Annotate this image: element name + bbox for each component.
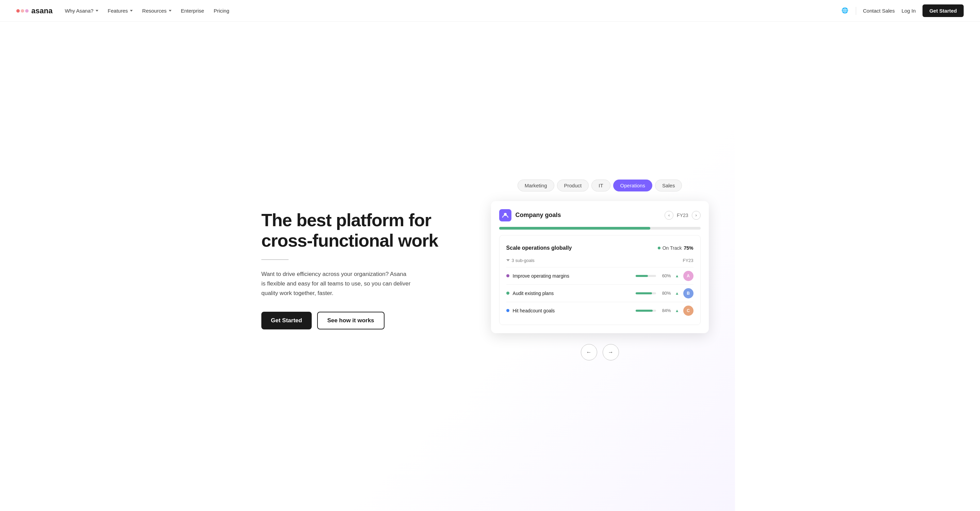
subgoals-fy: FY23 [682,258,693,263]
globe-icon[interactable]: 🌐 [842,7,849,14]
up-arrow-1: ▲ [675,273,679,278]
nav-arrows-bottom: ← → [581,344,619,361]
subgoal-row-2: Audit existing plans 80% ▲ B [506,284,694,302]
mini-progress-fill-3 [636,310,653,312]
pct-text-1: 60% [660,273,671,278]
subgoal-name-2: Audit existing plans [513,291,554,296]
goal-title: Scale operations globally [506,245,572,251]
contact-sales-link[interactable]: Contact Sales [863,8,894,14]
nav-link-features[interactable]: Features [108,8,133,14]
subgoal-right-1: 60% ▲ A [636,271,694,281]
card-title: Company goals [515,212,561,219]
subgoal-name-3: Hit headcount goals [513,308,555,313]
subgoal-left-2: Audit existing plans [506,291,636,296]
subgoal-left-3: Hit headcount goals [506,308,636,313]
card-header-left: Company goals [499,209,561,222]
tab-product[interactable]: Product [557,179,589,192]
progress-bar-fill [499,227,650,230]
pct-text-2: 80% [660,291,671,296]
subgoal-dot-2 [506,292,509,295]
category-tabs: Marketing Product IT Operations Sales [517,179,682,192]
logo-dot-orange [21,9,24,13]
subgoals-label: 3 sub-goals [506,258,535,263]
hero-right: Marketing Product IT Operations Sales Co… [481,179,719,361]
triangle-down-icon [506,259,510,261]
mini-progress-fill-2 [636,292,652,294]
see-how-it-works-button[interactable]: See how it works [317,312,385,329]
tab-operations[interactable]: Operations [613,179,652,192]
subgoal-right-2: 80% ▲ B [636,288,694,299]
logo[interactable]: asana [16,6,52,15]
hero-section: The best platform for cross-functional w… [245,22,735,511]
status-pct: 75% [684,245,694,251]
tab-marketing[interactable]: Marketing [517,179,554,192]
logo-text: asana [31,6,52,15]
hero-divider [261,259,288,260]
goals-box: Scale operations globally On Track 75% 3… [499,235,701,325]
nav-link-resources[interactable]: Resources [142,8,172,14]
subgoal-dot-1 [506,274,509,277]
nav-links: Why Asana? Features Resources Enterprise… [65,8,229,14]
progress-bar-bg [499,227,701,230]
subgoals-header: 3 sub-goals FY23 [506,255,694,267]
chevron-down-icon [95,10,98,11]
hero-left: The best platform for cross-functional w… [261,210,452,329]
main-progress-bar [499,227,701,230]
up-arrow-3: ▲ [675,308,679,313]
nav-left: asana Why Asana? Features Resources Ente… [16,6,229,15]
login-link[interactable]: Log In [901,8,916,14]
subgoal-left-1: Improve operating margins [506,273,636,279]
card-prev-button[interactable]: ‹ [665,211,673,220]
nav-link-pricing[interactable]: Pricing [214,8,229,14]
nav-link-why-asana[interactable]: Why Asana? [65,8,98,14]
avatar-1: A [683,271,694,281]
chevron-down-icon [169,10,172,11]
pct-text-3: 84% [660,308,671,313]
subgoal-right-3: 84% ▲ C [636,306,694,316]
mini-progress-bg-3 [636,310,656,312]
prev-slide-button[interactable]: ← [581,344,597,361]
card-next-button[interactable]: › [692,211,701,220]
card-header: Company goals ‹ FY23 › [499,209,701,222]
get-started-button[interactable]: Get Started [261,312,312,329]
subgoal-row-3: Hit headcount goals 84% ▲ C [506,302,694,319]
logo-dots [16,9,29,13]
hero-buttons: Get Started See how it works [261,312,452,329]
mini-progress-fill-1 [636,275,648,277]
logo-dot-red [16,9,20,13]
mini-progress-bg-2 [636,292,656,294]
up-arrow-2: ▲ [675,291,679,296]
avatar-3: C [683,306,694,316]
dashboard-card: Company goals ‹ FY23 › Scale operations … [491,201,709,333]
nav-link-enterprise[interactable]: Enterprise [181,8,204,14]
get-started-nav-button[interactable]: Get Started [923,5,964,17]
goal-status: On Track 75% [658,245,694,251]
status-dot [658,247,660,249]
tab-sales[interactable]: Sales [655,179,682,192]
logo-dot-pink [25,9,29,13]
subgoal-row-1: Improve operating margins 60% ▲ A [506,267,694,284]
hero-title: The best platform for cross-functional w… [261,210,452,251]
subgoal-dot-3 [506,309,509,312]
mini-progress-bg-1 [636,275,656,277]
fy-label: FY23 [677,212,688,218]
avatar-2: B [683,288,694,299]
status-text: On Track [662,245,682,251]
next-slide-button[interactable]: → [603,344,619,361]
chevron-down-icon [130,10,133,11]
nav-right: 🌐 Contact Sales Log In Get Started [842,5,964,17]
person-icon [502,212,509,219]
tab-it[interactable]: IT [592,179,610,192]
goal-header: Scale operations globally On Track 75% [506,241,694,255]
card-icon [499,209,511,222]
navbar: asana Why Asana? Features Resources Ente… [0,0,980,22]
subgoal-name-1: Improve operating margins [513,273,570,279]
hero-description: Want to drive efficiency across your org… [261,270,411,298]
card-header-right: ‹ FY23 › [665,211,700,220]
